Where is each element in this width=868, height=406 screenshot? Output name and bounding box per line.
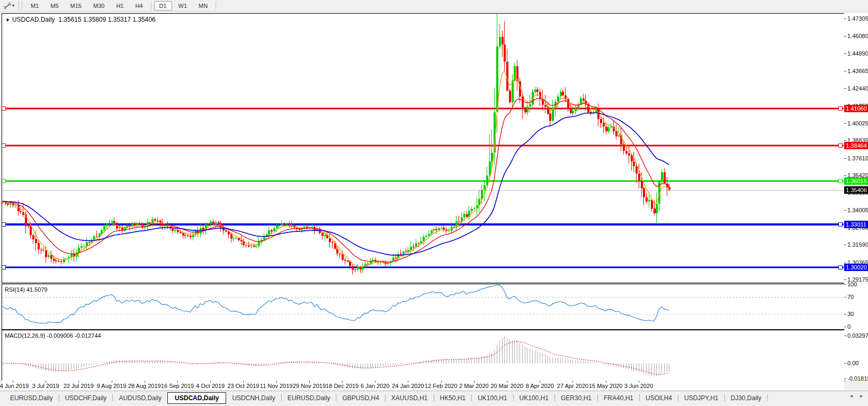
date-tick-label: 23 Oct 2019 xyxy=(227,383,259,389)
price-axis[interactable]: 1.473051.460801.448901.436651.424401.412… xyxy=(844,13,868,381)
macd-indicator-label: MACD(12,26,9) -0.009006 -0.012744 xyxy=(5,332,101,339)
macd-tick-mark xyxy=(844,363,846,364)
price-tick-label: 1.46080 xyxy=(847,33,868,39)
rsi-tick-label: 70 xyxy=(847,294,854,300)
date-tick-label: 4 Oct 2019 xyxy=(196,383,225,389)
chart-tab-fra40-h1[interactable]: FRA40,H1 xyxy=(598,393,639,403)
price-tick-label: 1.34005 xyxy=(847,207,868,213)
mt4-window: ▾ M1M5M15M30H1H4D1W1MN ▼USDCAD,Daily 1.3… xyxy=(0,0,868,406)
date-tick-label: 6 Jan 2020 xyxy=(361,383,389,389)
rsi-tick-label: 100 xyxy=(847,281,857,287)
chart-tab-usdchf-daily[interactable]: USDCHF,Daily xyxy=(59,393,113,403)
timeframe-button-d1[interactable]: D1 xyxy=(154,1,172,11)
date-tick-label: 2 Mar 2020 xyxy=(459,383,489,389)
date-tick-label: 27 Apr 2020 xyxy=(557,383,588,389)
tab-scroll-left-icon[interactable]: ◂ xyxy=(850,393,853,399)
date-tick-label: 9 Aug 2019 xyxy=(97,383,127,389)
timeframe-button-m15[interactable]: M15 xyxy=(65,1,87,11)
macd-canvas[interactable] xyxy=(2,330,844,380)
price-tick-label: 1.43665 xyxy=(847,68,868,74)
macd-tick-mark xyxy=(844,336,846,336)
date-tick-label: 24 Jan 2020 xyxy=(392,383,424,389)
price-tick-label: 1.40025 xyxy=(847,120,868,127)
timeframe-button-m30[interactable]: M30 xyxy=(88,1,110,11)
price-tick-mark xyxy=(844,158,846,159)
chart-title: ▼USDCAD,Daily 1.35615 1.35809 1.35317 1.… xyxy=(5,16,156,23)
hline-price-tag: 1.36015 xyxy=(844,177,868,185)
chart-tab-dj30-daily[interactable]: DJ30,Daily xyxy=(725,393,767,403)
price-tick-mark xyxy=(844,263,846,263)
main-chart-canvas[interactable] xyxy=(2,14,844,282)
rsi-tick-mark xyxy=(844,327,846,327)
timeframe-button-m1[interactable]: M1 xyxy=(25,1,44,11)
date-tick-label: 3 Jun 2020 xyxy=(624,383,653,389)
timeframe-button-w1[interactable]: W1 xyxy=(173,1,193,11)
macd-tick-mark xyxy=(844,378,846,379)
price-tick-label: 1.42440 xyxy=(847,85,868,92)
macd-tick-label: 0.032972 xyxy=(847,332,868,339)
price-tick-mark xyxy=(844,140,846,141)
hline-price-tag: 1.41060 xyxy=(844,105,868,112)
date-tick-label: 20 Mar 2020 xyxy=(490,383,523,389)
price-tick-mark xyxy=(844,279,846,280)
chart-tab-gbpusd-h4[interactable]: GBPUSD,H4 xyxy=(336,393,384,403)
chart-tab-ger30-h1[interactable]: GER30,H1 xyxy=(555,393,597,403)
macd-tick-label: 0.00 xyxy=(847,360,858,366)
date-tick-label: 3 Jul 2019 xyxy=(32,383,59,389)
price-tick-label: 1.44890 xyxy=(847,50,868,57)
chart-tab-uk100-h1[interactable]: UK100,H1 xyxy=(514,393,554,403)
timeframe-button-m5[interactable]: M5 xyxy=(45,1,64,11)
date-tick-label: 8 Apr 2020 xyxy=(526,383,554,389)
price-tick-mark xyxy=(844,19,846,19)
symbol-dropdown-icon: ▼ xyxy=(5,17,10,23)
toolbar-separator xyxy=(216,2,216,10)
trendline-tool-icon[interactable]: ▾ xyxy=(2,2,16,10)
toolbar-separator xyxy=(151,2,151,10)
timeframe-toolbar: ▾ M1M5M15M30H1H4D1W1MN xyxy=(0,0,868,12)
price-tick-mark xyxy=(844,245,846,245)
timeframe-button-h4[interactable]: H4 xyxy=(130,1,148,11)
date-tick-label: 12 Feb 2020 xyxy=(425,383,458,389)
timeframe-button-h1[interactable]: H1 xyxy=(111,1,129,11)
status-strip xyxy=(0,404,868,406)
price-tick-mark xyxy=(844,53,846,54)
hline-price-tag: 1.38464 xyxy=(844,142,868,149)
rsi-tick-mark xyxy=(844,314,846,314)
price-tick-mark xyxy=(844,123,846,124)
current-price-tag: 1.35406 xyxy=(844,186,868,194)
price-tick-mark xyxy=(844,175,846,176)
chart-tab-eurusd-daily[interactable]: EURUSD,Daily xyxy=(282,393,336,403)
rsi-canvas[interactable] xyxy=(2,284,844,328)
date-tick-label: 22 Jul 2019 xyxy=(64,383,94,389)
price-tick-label: 1.31590 xyxy=(847,241,868,248)
timeframe-button-mn[interactable]: MN xyxy=(193,1,213,11)
rsi-tick-label: 0 xyxy=(847,323,851,330)
toolbar-grip xyxy=(19,2,22,10)
price-tick-label: 1.47305 xyxy=(847,15,868,22)
chart-tabbar: EURUSD,DailyUSDCHF,DailyAUDUSD,DailyUSDC… xyxy=(0,391,868,404)
chart-tab-xauusd-h1[interactable]: XAUUSD,H1 xyxy=(386,393,434,403)
hline-price-tag: 1.33011 xyxy=(844,221,868,228)
price-tick-label: 1.37610 xyxy=(847,155,868,161)
chart-tab-usdcad-daily[interactable]: USDCAD,Daily xyxy=(167,392,226,404)
price-tick-mark xyxy=(844,210,846,211)
chart-tab-audusd-daily[interactable]: AUDUSD,Daily xyxy=(113,393,167,403)
rsi-tick-mark xyxy=(844,297,846,297)
chart-tab-usdcnh-daily[interactable]: USDCNH,Daily xyxy=(226,393,281,403)
chart-tab-usoil-h4[interactable]: USOil,H4 xyxy=(640,393,678,403)
hline-price-tag: 1.30020 xyxy=(844,264,868,271)
price-tick-mark xyxy=(844,88,846,89)
date-tick-label: 28 Aug 2019 xyxy=(128,383,161,389)
chevron-down-icon[interactable]: ▾ xyxy=(12,3,14,8)
tab-separator xyxy=(767,394,768,401)
chart-tab-eurusd-daily[interactable]: EURUSD,Daily xyxy=(4,393,59,403)
price-tick-mark xyxy=(844,36,846,37)
chart-tab-hk50-h1[interactable]: HK50,H1 xyxy=(434,393,472,403)
chart-symbol-label: USDCAD,Daily xyxy=(12,16,55,23)
tab-scroll-right-icon[interactable]: ▸ xyxy=(860,393,863,399)
chart-tab-uk100-h1[interactable]: UK100,H1 xyxy=(472,393,513,403)
date-tick-label: 29 Nov 2019 xyxy=(293,383,326,389)
rsi-tick-label: 30 xyxy=(847,311,854,317)
chart-tab-usdjpy-h1[interactable]: USDJPY,H1 xyxy=(678,393,724,403)
date-axis[interactable]: 14 Jun 20193 Jul 201922 Jul 20199 Aug 20… xyxy=(2,381,844,390)
